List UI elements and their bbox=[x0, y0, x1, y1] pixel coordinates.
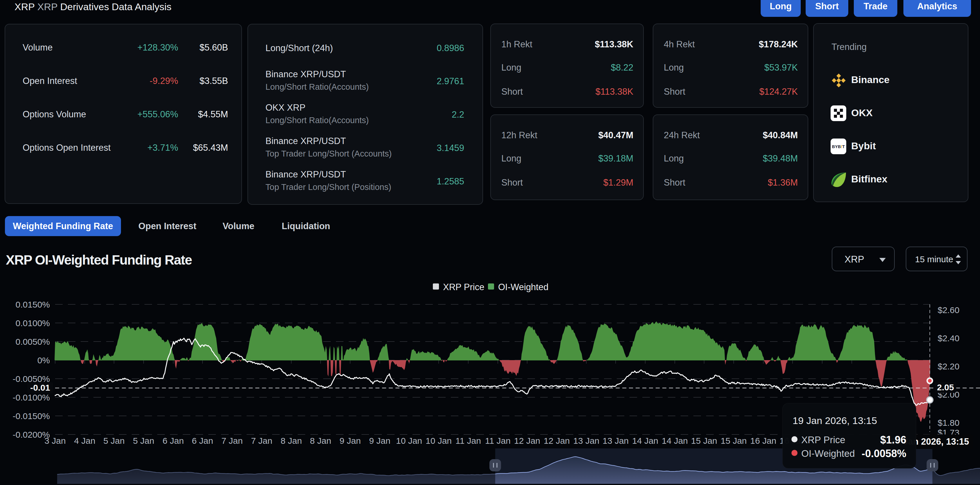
svg-text:14 Jan: 14 Jan bbox=[632, 436, 658, 445]
svg-text:0%: 0% bbox=[37, 356, 50, 365]
svg-text:14 Jan: 14 Jan bbox=[662, 436, 688, 445]
svg-text:0.0150%: 0.0150% bbox=[16, 300, 50, 309]
svg-text:$2.40: $2.40 bbox=[938, 333, 959, 343]
svg-text:10 Jan: 10 Jan bbox=[426, 436, 452, 445]
svg-text:12 Jan: 12 Jan bbox=[544, 436, 570, 445]
svg-text:3 Jan: 3 Jan bbox=[45, 436, 65, 445]
svg-text:7 Jan: 7 Jan bbox=[251, 436, 272, 445]
svg-text:10 Jan: 10 Jan bbox=[396, 436, 422, 445]
svg-text:4 Jan: 4 Jan bbox=[74, 436, 95, 445]
svg-text:$2.60: $2.60 bbox=[938, 305, 959, 315]
svg-text:11 Jan: 11 Jan bbox=[485, 436, 511, 445]
svg-text:5 Jan: 5 Jan bbox=[103, 436, 124, 445]
svg-text:0.0050%: 0.0050% bbox=[16, 337, 50, 346]
svg-text:$1.80: $1.80 bbox=[938, 418, 959, 428]
svg-text:0.0100%: 0.0100% bbox=[16, 318, 50, 328]
svg-text:-0.0150%: -0.0150% bbox=[13, 411, 50, 421]
svg-text:8 Jan: 8 Jan bbox=[310, 436, 331, 445]
svg-text:7 Jan: 7 Jan bbox=[221, 436, 243, 445]
svg-text:11 Jan: 11 Jan bbox=[455, 436, 481, 445]
svg-text:9 Jan: 9 Jan bbox=[339, 436, 361, 445]
svg-text:13 Jan: 13 Jan bbox=[603, 436, 629, 445]
svg-text:$2.20: $2.20 bbox=[938, 362, 959, 371]
svg-text:12 Jan: 12 Jan bbox=[514, 436, 540, 445]
svg-text:15 Jan: 15 Jan bbox=[721, 436, 747, 445]
svg-text:8 Jan: 8 Jan bbox=[280, 436, 302, 445]
svg-text:15 Jan: 15 Jan bbox=[691, 436, 717, 445]
svg-text:16 Jan: 16 Jan bbox=[750, 436, 776, 445]
svg-text:13 Jan: 13 Jan bbox=[573, 436, 599, 445]
svg-text:6 Jan: 6 Jan bbox=[162, 436, 184, 445]
svg-text:-0.0100%: -0.0100% bbox=[13, 392, 50, 402]
svg-text:6 Jan: 6 Jan bbox=[192, 436, 213, 445]
svg-text:9 Jan: 9 Jan bbox=[369, 436, 390, 445]
svg-text:5 Jan: 5 Jan bbox=[133, 436, 154, 445]
